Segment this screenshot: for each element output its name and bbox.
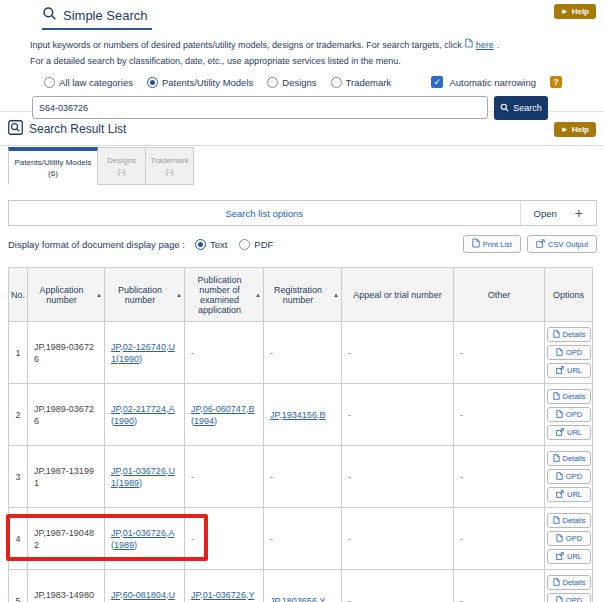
opd-button[interactable]: OPD bbox=[547, 531, 591, 546]
opd-button[interactable]: OPD bbox=[547, 345, 591, 360]
cell-registration-link[interactable]: JP,1803656,Y bbox=[270, 596, 325, 602]
question-help-icon[interactable]: ? bbox=[550, 76, 562, 88]
url-button[interactable]: URL bbox=[547, 425, 591, 440]
csv-output-button[interactable]: CSV Output bbox=[527, 235, 597, 253]
cell-examined-link[interactable]: JP,06-060747,B(1994) bbox=[191, 404, 254, 426]
document-icon bbox=[553, 578, 560, 588]
cell-registration: - bbox=[264, 322, 342, 384]
arrow-right-icon: ► bbox=[561, 125, 569, 134]
cell-other: - bbox=[454, 384, 545, 446]
details-button[interactable]: Details bbox=[547, 451, 591, 466]
cell-examined-link[interactable]: JP,01-036726,Y2(1989) bbox=[191, 590, 254, 602]
automatic-narrowing-label: Automatic narrowing bbox=[449, 77, 536, 88]
radio-designs[interactable]: Designs bbox=[267, 77, 316, 88]
details-button[interactable]: Details bbox=[547, 327, 591, 342]
law-category-radios: All law categories Patents/Utility Model… bbox=[44, 76, 562, 88]
page-title: Simple Search bbox=[63, 8, 148, 23]
document-icon bbox=[556, 596, 563, 602]
opd-button[interactable]: OPD bbox=[547, 469, 591, 484]
cell-examined: JP,01-036726,Y2(1989) bbox=[185, 570, 264, 602]
document-icon bbox=[553, 330, 560, 340]
radio-circle-icon bbox=[331, 77, 342, 88]
cell-other: - bbox=[454, 508, 545, 570]
cell-no: 5 bbox=[9, 570, 28, 602]
header-other: Other bbox=[454, 268, 545, 322]
cell-appeal: - bbox=[342, 570, 454, 602]
cell-publication-link[interactable]: JP,60-081804,U1(1985) bbox=[111, 590, 175, 602]
table-row: 2 JP,1989-036726 JP,02-217724,A(1990) JP… bbox=[9, 384, 593, 446]
here-link[interactable]: here bbox=[476, 39, 494, 51]
tab-designs[interactable]: Designs (-) bbox=[98, 147, 146, 185]
cell-publication-link[interactable]: JP,01-036726,A(1989) bbox=[111, 528, 174, 550]
table-row: 1 JP,1989-036726 JP,02-126740,U1(1990) -… bbox=[9, 322, 593, 384]
cell-application: JP,1983-149800 bbox=[28, 570, 105, 602]
results-table-body: 1 JP,1989-036726 JP,02-126740,U1(1990) -… bbox=[9, 322, 593, 602]
cell-registration: JP,1803656,Y bbox=[264, 570, 342, 602]
url-button[interactable]: URL bbox=[547, 363, 591, 378]
document-icon bbox=[553, 454, 560, 464]
results-table: No. Application number▲ Publication numb… bbox=[8, 267, 593, 602]
cell-publication-link[interactable]: JP,02-126740,U1(1990) bbox=[111, 342, 175, 364]
radio-circle-icon bbox=[44, 77, 55, 88]
opd-button[interactable]: OPD bbox=[547, 593, 591, 602]
table-row: 3 JP,1987-131991 JP,01-036726,U1(1989) -… bbox=[9, 446, 593, 508]
simple-search-title: Simple Search bbox=[42, 4, 152, 30]
header-appeal-trial-number: Appeal or trial number bbox=[342, 268, 454, 322]
radio-trademark[interactable]: Trademark bbox=[331, 77, 392, 88]
cell-other: - bbox=[454, 570, 545, 602]
opd-button[interactable]: OPD bbox=[547, 407, 591, 422]
details-button[interactable]: Details bbox=[547, 575, 591, 590]
header-examined-publication-number[interactable]: Publication number of examined applicati… bbox=[185, 268, 264, 322]
cell-no: 4 bbox=[9, 508, 28, 570]
document-icon bbox=[465, 38, 473, 51]
header-registration-number[interactable]: Registration number▲ bbox=[264, 268, 342, 322]
help-button-top[interactable]: ► Help bbox=[554, 4, 596, 19]
cell-options: Details OPD URL bbox=[545, 446, 593, 508]
header-publication-number[interactable]: Publication number▲ bbox=[105, 268, 185, 322]
cell-options: Details OPD URL bbox=[545, 384, 593, 446]
cell-registration: - bbox=[264, 508, 342, 570]
help-button-results[interactable]: ► Help bbox=[554, 122, 596, 137]
simple-search-panel: Simple Search ► Help Input keywords or n… bbox=[0, 0, 604, 112]
cell-options: Details OPD URL bbox=[545, 570, 593, 602]
cell-examined: - bbox=[185, 446, 264, 508]
header-application-number[interactable]: Application number▲ bbox=[28, 268, 105, 322]
sort-asc-icon: ▲ bbox=[333, 292, 339, 298]
document-icon bbox=[556, 534, 563, 544]
plus-icon: + bbox=[575, 205, 583, 221]
cell-application: JP,1989-036726 bbox=[28, 384, 105, 446]
search-description-line2: For a detailed search by classification,… bbox=[30, 55, 596, 67]
tab-patents-utility-models[interactable]: Patents/Utility Models (6) bbox=[8, 147, 98, 185]
details-button[interactable]: Details bbox=[547, 389, 591, 404]
radio-patents-utility-models[interactable]: Patents/Utility Models bbox=[147, 77, 253, 88]
radio-all-law-categories[interactable]: All law categories bbox=[44, 77, 133, 88]
cell-publication-link[interactable]: JP,02-217724,A(1990) bbox=[111, 404, 174, 426]
cell-registration-link[interactable]: JP,1934156,B bbox=[270, 410, 325, 420]
cell-application: JP,1987-131991 bbox=[28, 446, 105, 508]
url-button[interactable]: URL bbox=[547, 487, 591, 502]
details-button[interactable]: Details bbox=[547, 513, 591, 528]
cell-no: 2 bbox=[9, 384, 28, 446]
cell-registration: JP,1934156,B bbox=[264, 384, 342, 446]
cell-examined: - bbox=[185, 322, 264, 384]
url-button[interactable]: URL bbox=[547, 549, 591, 564]
cell-other: - bbox=[454, 446, 545, 508]
cell-no: 3 bbox=[9, 446, 28, 508]
check-icon: ✓ bbox=[434, 77, 442, 87]
radio-format-pdf[interactable]: PDF bbox=[239, 239, 273, 250]
print-list-button[interactable]: Print List bbox=[463, 235, 521, 253]
external-link-icon bbox=[556, 552, 564, 562]
tab-trademark[interactable]: Trademark (-) bbox=[146, 147, 194, 185]
result-tabs: Patents/Utility Models (6) Designs (-) T… bbox=[8, 147, 194, 185]
document-icon bbox=[553, 516, 560, 526]
search-list-options-bar[interactable]: Search list options Open + bbox=[8, 200, 597, 226]
search-list-options-label: Search list options bbox=[9, 208, 520, 219]
cell-appeal: - bbox=[342, 508, 454, 570]
cell-publication-link[interactable]: JP,01-036726,U1(1989) bbox=[111, 466, 175, 488]
radio-format-text[interactable]: Text bbox=[195, 239, 227, 250]
radio-selected-icon bbox=[195, 239, 206, 250]
automatic-narrowing-checkbox[interactable]: ✓ bbox=[431, 76, 443, 88]
sort-asc-icon: ▲ bbox=[255, 292, 261, 298]
open-toggle[interactable]: Open + bbox=[520, 201, 596, 225]
display-format-label: Display format of document display page … bbox=[8, 239, 185, 250]
